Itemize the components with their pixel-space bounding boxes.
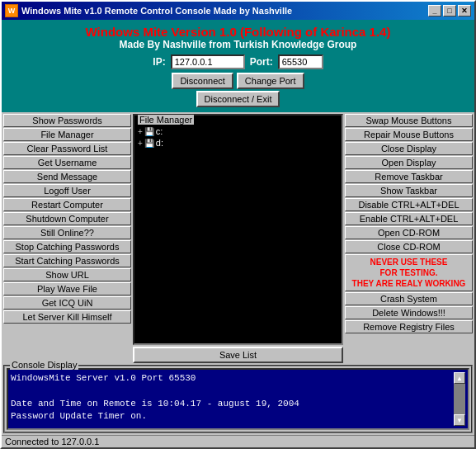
ip-input[interactable] [171, 54, 245, 69]
main-section: Show PasswordsFile ManagerClear Password… [3, 114, 473, 363]
scroll-track [454, 384, 465, 414]
button-row1: Disconnect Change Port [7, 73, 469, 89]
right-btn-show-taskbar[interactable]: Show Taskbar [345, 184, 473, 197]
left-btn-show-passwords[interactable]: Show Passwords [3, 114, 131, 127]
ip-label: IP: [153, 56, 165, 68]
file-manager-box: File Manager + 💾 c: + 💾 d: [133, 114, 343, 345]
console-scrollbar: ▲ ▼ [454, 372, 465, 426]
disconnect-exit-button[interactable]: Disconnect / Exit [196, 91, 280, 107]
title-buttons: _ □ ✕ [428, 5, 471, 17]
app-icon: W [5, 4, 18, 17]
close-button[interactable]: ✕ [458, 5, 471, 17]
expand-d-icon[interactable]: + [138, 139, 143, 148]
window-title: Windows Mite v1.0 Remote Control Console… [21, 6, 292, 16]
title-bar-left: W Windows Mite v1.0 Remote Control Conso… [5, 4, 292, 17]
right-btn-close-display[interactable]: Close Display [345, 142, 473, 155]
tree-item-c[interactable]: + 💾 c: [138, 125, 338, 137]
left-btn-clear-password-list[interactable]: Clear Password List [3, 142, 131, 155]
console-group: Console Display WindowsMite Server v1.0 … [3, 365, 473, 433]
change-port-button[interactable]: Change Port [237, 73, 304, 89]
scroll-up-button[interactable]: ▲ [454, 372, 465, 384]
right-btn-delete-windows[interactable]: Delete Windows!!! [345, 306, 473, 319]
right-btn-close-cd-rom[interactable]: Close CD-ROM [345, 240, 473, 253]
center-panel: File Manager + 💾 c: + 💾 d: Save List [133, 114, 343, 363]
console-line: Date and Time on Remote is 10:04.17 - au… [11, 398, 452, 410]
left-btn-shutdown-computer[interactable]: Shutdown Computer [3, 212, 131, 225]
drive-d-icon: 💾 [144, 139, 154, 148]
left-btn-still-online[interactable]: Still Online?? [3, 226, 131, 239]
port-input[interactable] [278, 54, 323, 69]
right-btn-repair-mouse-buttons[interactable]: Repair Mouse Buttons [345, 128, 473, 141]
right-btn-enable-ctrlaltdel[interactable]: Enable CTRL+ALT+DEL [345, 212, 473, 225]
left-btn-let-server-kill-himself[interactable]: Let Server Kill Himself [3, 310, 131, 324]
right-btn-open-cd-rom[interactable]: Open CD-ROM [345, 226, 473, 239]
status-text: Connected to 127.0.0.1 [5, 437, 99, 447]
left-btn-restart-computer[interactable]: Restart Computer [3, 198, 131, 211]
save-list-button[interactable]: Save List [133, 347, 343, 363]
maximize-button[interactable]: □ [443, 5, 456, 17]
console-box: WindowsMite Server v1.0 Port 65530 Date … [7, 368, 469, 430]
left-btn-get-username[interactable]: Get Username [3, 156, 131, 169]
scroll-down-button[interactable]: ▼ [454, 414, 465, 426]
connection-row: IP: Port: [7, 54, 469, 69]
app-title: Windows Mite Version 1.0 (Following of K… [7, 25, 469, 39]
button-row2: Disconnect / Exit [7, 91, 469, 107]
left-btn-play-wave-file[interactable]: Play Wave File [3, 282, 131, 295]
header-section: Windows Mite Version 1.0 (Following of K… [2, 20, 474, 112]
expand-c-icon[interactable]: + [138, 127, 143, 136]
console-section: Console Display WindowsMite Server v1.0 … [3, 365, 473, 433]
left-btn-get-icq-uin[interactable]: Get ICQ UiN [3, 296, 131, 310]
title-bar: W Windows Mite v1.0 Remote Control Conso… [2, 2, 474, 20]
right-btn-never-use-these-for-testing-th[interactable]: NEVER USE THESE FOR TESTING. THEY ARE RE… [345, 254, 473, 291]
console-line: WindowsMite Server v1.0 Port 65530 [11, 372, 452, 385]
right-btn-disable-ctrlaltdel[interactable]: Disable CTRL+ALT+DEL [345, 198, 473, 211]
right-panel: Swap Mouse ButtonsRepair Mouse ButtonsCl… [345, 114, 473, 363]
file-manager-label: File Manager [138, 115, 194, 125]
app-subtitle: Made By Nashville from Turkish Knowledge… [7, 39, 469, 50]
main-window: W Windows Mite v1.0 Remote Control Conso… [0, 0, 476, 449]
left-btn-file-manager[interactable]: File Manager [3, 128, 131, 141]
tree-item-d[interactable]: + 💾 d: [138, 137, 338, 149]
left-btn-stop-catching-passwords[interactable]: Stop Catching Passwords [3, 240, 131, 253]
status-bar: Connected to 127.0.0.1 [2, 435, 474, 447]
left-btn-start-catching-passwords[interactable]: Start Catching Passwords [3, 254, 131, 267]
console-line [11, 385, 452, 397]
drive-c-label: c: [156, 126, 163, 136]
left-btn-send-message[interactable]: Send Message [3, 170, 131, 183]
right-btn-remove-registry-files[interactable]: Remove Registry Files [345, 320, 473, 333]
left-btn-logoff-user[interactable]: Logoff User [3, 184, 131, 197]
right-btn-open-display[interactable]: Open Display [345, 156, 473, 169]
right-btn-remove-taskbar[interactable]: Remove Taskbar [345, 170, 473, 183]
left-btn-show-url[interactable]: Show URL [3, 268, 131, 281]
drive-d-label: d: [156, 138, 163, 148]
right-btn-swap-mouse-buttons[interactable]: Swap Mouse Buttons [345, 114, 473, 127]
console-group-label: Console Display [10, 360, 78, 370]
minimize-button[interactable]: _ [428, 5, 441, 17]
console-text-area: WindowsMite Server v1.0 Port 65530 Date … [11, 372, 452, 426]
right-btn-crash-system[interactable]: Crash System [345, 292, 473, 305]
console-line: Password Update Timer on. [11, 410, 452, 423]
drive-c-icon: 💾 [144, 127, 154, 136]
port-label: Port: [250, 56, 273, 68]
left-panel: Show PasswordsFile ManagerClear Password… [3, 114, 131, 363]
disconnect-button[interactable]: Disconnect [172, 73, 233, 89]
